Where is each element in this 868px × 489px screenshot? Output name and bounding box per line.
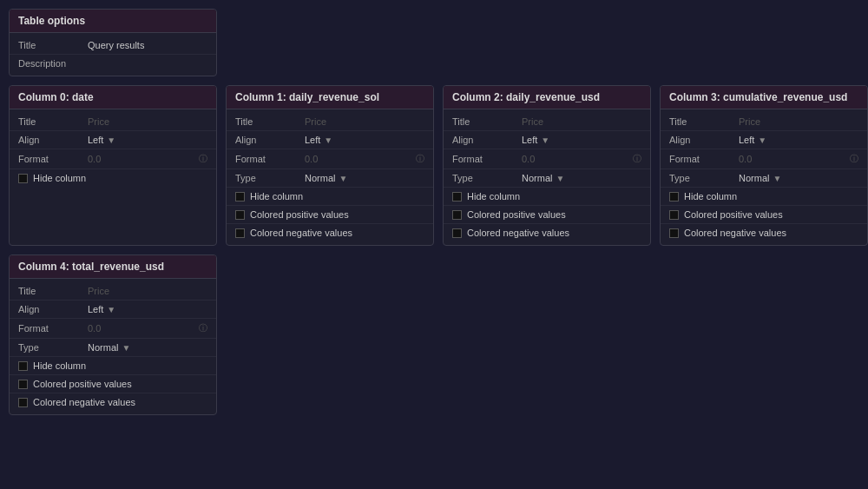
- col1-colored-neg-checkbox[interactable]: [235, 228, 245, 238]
- col1-align-select[interactable]: Left ▼: [305, 135, 424, 145]
- col1-hide-row: Hide column: [227, 188, 433, 206]
- title-row: Title Query results: [10, 36, 216, 55]
- col3-hide-checkbox[interactable]: [669, 192, 679, 202]
- column-0-panel: Column 0: date Title Price Align Left ▼: [9, 85, 217, 246]
- col4-hide-row: Hide column: [10, 357, 216, 375]
- col3-hide-label: Hide column: [684, 191, 737, 202]
- col1-title-label: Title: [235, 116, 305, 127]
- col4-align-chevron-icon: ▼: [107, 305, 115, 314]
- col0-hide-checkbox[interactable]: [18, 174, 28, 183]
- col3-colored-neg-label: Colored negative values: [684, 228, 786, 238]
- column-3-body: Title Price Align Left ▼ Format 0.0 ⓘ: [661, 109, 867, 245]
- col4-type-row: Type Normal ▼: [10, 339, 216, 357]
- col4-colored-pos-label: Colored positive values: [33, 379, 132, 389]
- col3-format-row: Format 0.0 ⓘ: [661, 149, 867, 169]
- col2-colored-pos-checkbox[interactable]: [452, 210, 462, 220]
- col1-colored-pos-row: Colored positive values: [227, 206, 433, 224]
- column-4-panel: Column 4: total_revenue_usd Title Price …: [9, 254, 217, 415]
- col0-align-select[interactable]: Left ▼: [88, 135, 207, 145]
- col3-hide-row: Hide column: [661, 188, 867, 206]
- col4-title-label: Title: [18, 286, 88, 296]
- col1-format-input[interactable]: 0.0: [305, 154, 412, 164]
- col2-colored-neg-checkbox[interactable]: [452, 228, 462, 238]
- col4-format-label: Format: [18, 323, 88, 334]
- col3-format-input[interactable]: 0.0: [739, 154, 846, 164]
- table-options-panel: Table options Title Query results Descri…: [9, 9, 217, 76]
- col3-type-select[interactable]: Normal ▼: [739, 173, 858, 183]
- col0-format-info-icon: ⓘ: [199, 153, 207, 165]
- column-4-body: Title Price Align Left ▼ Format 0.0 ⓘ: [10, 279, 216, 414]
- col1-format-row: Format 0.0 ⓘ: [227, 149, 433, 169]
- col4-title-input[interactable]: Price: [88, 286, 207, 296]
- col4-type-label: Type: [18, 342, 88, 353]
- column-2-header: Column 2: daily_revenue_usd: [444, 86, 650, 109]
- col1-colored-pos-checkbox[interactable]: [235, 210, 245, 220]
- title-label: Title: [18, 40, 88, 50]
- col3-colored-neg-checkbox[interactable]: [669, 228, 679, 238]
- col4-colored-pos-checkbox[interactable]: [18, 380, 28, 389]
- column-1-panel: Column 1: daily_revenue_sol Title Price …: [226, 85, 434, 246]
- col3-colored-neg-row: Colored negative values: [661, 224, 867, 241]
- column-3-header: Column 3: cumulative_revenue_usd: [661, 86, 867, 109]
- col2-align-select[interactable]: Left ▼: [522, 135, 641, 145]
- col2-format-row: Format 0.0 ⓘ: [444, 149, 650, 169]
- col2-type-label: Type: [452, 173, 522, 183]
- col4-type-select[interactable]: Normal ▼: [88, 342, 207, 353]
- col1-colored-pos-label: Colored positive values: [250, 209, 349, 220]
- col0-title-input[interactable]: Price: [88, 116, 207, 127]
- col1-title-input[interactable]: Price: [305, 116, 424, 127]
- col2-title-input[interactable]: Price: [522, 116, 641, 127]
- col2-align-chevron-icon: ▼: [541, 135, 549, 145]
- col4-format-row: Format 0.0 ⓘ: [10, 319, 216, 339]
- col2-format-info-icon: ⓘ: [633, 153, 641, 165]
- column-4-header: Column 4: total_revenue_usd: [10, 255, 216, 279]
- col2-title-label: Title: [452, 116, 522, 127]
- column-2-panel: Column 2: daily_revenue_usd Title Price …: [443, 85, 651, 246]
- col2-colored-pos-row: Colored positive values: [444, 206, 650, 224]
- title-value: Query results: [88, 40, 207, 50]
- col3-colored-pos-checkbox[interactable]: [669, 210, 679, 220]
- col1-hide-checkbox[interactable]: [235, 192, 245, 202]
- col3-title-input[interactable]: Price: [739, 116, 858, 127]
- col4-title-row: Title Price: [10, 282, 216, 301]
- col1-type-select[interactable]: Normal ▼: [305, 173, 424, 183]
- col2-colored-neg-row: Colored negative values: [444, 224, 650, 241]
- col4-colored-neg-label: Colored negative values: [33, 397, 135, 407]
- column-0-header: Column 0: date: [10, 86, 216, 109]
- col4-align-label: Align: [18, 304, 88, 314]
- description-row: Description: [10, 55, 216, 72]
- col4-colored-neg-checkbox[interactable]: [18, 398, 28, 407]
- col1-type-chevron-icon: ▼: [339, 174, 347, 183]
- col0-align-label: Align: [18, 135, 88, 145]
- col4-colored-neg-row: Colored negative values: [10, 393, 216, 411]
- col3-align-label: Align: [669, 135, 739, 145]
- col3-format-label: Format: [669, 154, 739, 164]
- col2-colored-pos-label: Colored positive values: [467, 209, 566, 220]
- col0-title-label: Title: [18, 116, 88, 127]
- col3-align-select[interactable]: Left ▼: [739, 135, 858, 145]
- col1-colored-neg-label: Colored negative values: [250, 228, 352, 238]
- col2-format-input[interactable]: 0.0: [522, 154, 629, 164]
- col3-align-row: Align Left ▼: [661, 131, 867, 149]
- col0-format-input[interactable]: 0.0: [88, 154, 195, 164]
- col0-title-row: Title Price: [10, 113, 216, 131]
- col4-type-chevron-icon: ▼: [122, 343, 130, 353]
- col1-align-label: Align: [235, 135, 305, 145]
- col3-align-chevron-icon: ▼: [758, 135, 766, 145]
- col2-align-label: Align: [452, 135, 522, 145]
- col0-format-row: Format 0.0 ⓘ: [10, 149, 216, 169]
- col3-title-label: Title: [669, 116, 739, 127]
- col1-type-row: Type Normal ▼: [227, 169, 433, 188]
- col1-align-chevron-icon: ▼: [324, 135, 332, 145]
- col4-hide-label: Hide column: [33, 360, 86, 371]
- col0-align-chevron-icon: ▼: [107, 135, 115, 145]
- col3-type-row: Type Normal ▼: [661, 169, 867, 188]
- col4-hide-checkbox[interactable]: [18, 361, 28, 371]
- col1-colored-neg-row: Colored negative values: [227, 224, 433, 241]
- col4-format-input[interactable]: 0.0: [88, 323, 195, 334]
- col2-hide-checkbox[interactable]: [452, 192, 462, 202]
- col4-align-select[interactable]: Left ▼: [88, 304, 207, 314]
- col3-colored-pos-label: Colored positive values: [684, 209, 783, 220]
- col4-format-info-icon: ⓘ: [199, 322, 207, 334]
- col2-type-select[interactable]: Normal ▼: [522, 173, 641, 183]
